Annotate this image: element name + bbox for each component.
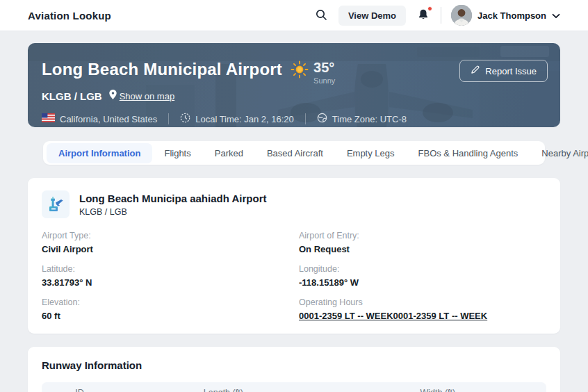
field-airport-type: Airport Type: Civil Airport xyxy=(42,231,299,254)
runway-col-length: Length (ft) xyxy=(117,388,329,392)
us-flag-icon xyxy=(42,113,55,124)
time-zone-item: Time Zone: UTC-8 xyxy=(317,113,407,125)
airport-codes: KLGB / LGB xyxy=(42,90,102,102)
top-navbar: Aviation Lookup View Demo Jack Thompson xyxy=(0,0,588,31)
search-icon xyxy=(315,8,327,23)
tab-nearby-airports[interactable]: Nearby Airports xyxy=(530,143,588,163)
field-latitude: Latitude: 33.81793° N xyxy=(42,264,299,288)
weather-widget: 35° Sunny xyxy=(291,60,335,85)
airport-tower-icon xyxy=(42,190,70,218)
time-zone-label: Time Zone: UTC-8 xyxy=(332,114,407,124)
field-longitude: Longitude: -118.15189° W xyxy=(299,264,546,288)
meta-separator xyxy=(168,113,169,124)
report-issue-button[interactable]: Report Issue xyxy=(459,60,548,82)
local-time-item: Local Time: Jan 2, 16:20 xyxy=(180,113,294,125)
search-button[interactable] xyxy=(313,7,329,24)
avatar xyxy=(451,5,472,26)
airport-info-card: Long Beach Municipa aahiadh Airport KLGB… xyxy=(28,178,560,334)
local-time-label: Local Time: Jan 2, 16:20 xyxy=(195,114,294,124)
notifications-button[interactable] xyxy=(416,7,431,24)
tab-flights[interactable]: Flights xyxy=(152,143,202,163)
user-menu[interactable]: Jack Thompson xyxy=(451,5,560,26)
location-item: California, United States xyxy=(42,113,157,124)
meta-separator xyxy=(305,113,306,124)
report-issue-label: Report Issue xyxy=(485,66,537,76)
navbar-right: View Demo Jack Thompson xyxy=(313,5,560,26)
view-demo-button[interactable]: View Demo xyxy=(338,6,406,26)
field-operating-hours: Operating Hours 0001-2359 LT -- WEEK0001… xyxy=(299,297,546,321)
field-elevation: Elevation: 60 ft xyxy=(42,297,299,321)
clock-icon xyxy=(180,113,190,125)
tab-airport-information[interactable]: Airport Information xyxy=(47,143,152,163)
tab-fbos-handling-agents[interactable]: FBOs & Handling Agents xyxy=(407,143,530,163)
tab-parked[interactable]: Parked xyxy=(203,143,255,163)
weather-condition: Sunny xyxy=(313,76,335,85)
runway-col-width: Width (ft) xyxy=(329,388,546,392)
runway-section-title: Runway Information xyxy=(42,359,546,371)
map-pin-icon xyxy=(109,90,117,102)
runway-table-header: ID Length (ft) Width (ft) xyxy=(42,382,546,392)
show-on-map-link[interactable]: Show on map xyxy=(109,90,175,102)
weather-temp: 35° xyxy=(313,60,335,74)
info-card-title: Long Beach Municipa aahiadh Airport xyxy=(79,193,266,204)
app-logo: Aviation Lookup xyxy=(28,10,111,22)
runway-col-id: ID xyxy=(42,388,117,392)
airport-hero-banner: Long Beach Municipal Airport 35° Sunny K… xyxy=(28,43,560,127)
sun-icon xyxy=(291,60,309,81)
tab-bar: Airport Information Flights Parked Based… xyxy=(43,141,545,165)
globe-icon xyxy=(317,113,327,125)
user-name: Jack Thompson xyxy=(477,10,546,21)
show-on-map-label: Show on map xyxy=(120,91,175,101)
navbar-divider xyxy=(441,7,441,24)
airport-fields-grid: Airport Type: Civil Airport Airport of E… xyxy=(42,231,546,321)
runway-info-card: Runway Information ID Length (ft) Width … xyxy=(28,347,560,392)
runway-table: ID Length (ft) Width (ft) 12 10,000 200 xyxy=(42,382,546,392)
chevron-down-icon xyxy=(552,9,560,22)
location-label: California, United States xyxy=(60,114,157,124)
notification-dot xyxy=(427,6,432,11)
tab-based-aircraft[interactable]: Based Aircraft xyxy=(255,143,335,163)
tab-empty-legs[interactable]: Empty Legs xyxy=(335,143,407,163)
pencil-icon xyxy=(471,65,480,76)
operating-hours-link[interactable]: 0001-2359 LT -- WEEK0001-2359 LT -- WEEK xyxy=(299,311,546,321)
info-card-codes: KLGB / LGB xyxy=(79,207,266,217)
field-airport-of-entry: Airport of Entry: On Request xyxy=(299,231,546,254)
airport-title: Long Beach Municipal Airport xyxy=(42,60,282,79)
banner-meta-row: California, United States Local Time: Ja… xyxy=(42,113,546,125)
